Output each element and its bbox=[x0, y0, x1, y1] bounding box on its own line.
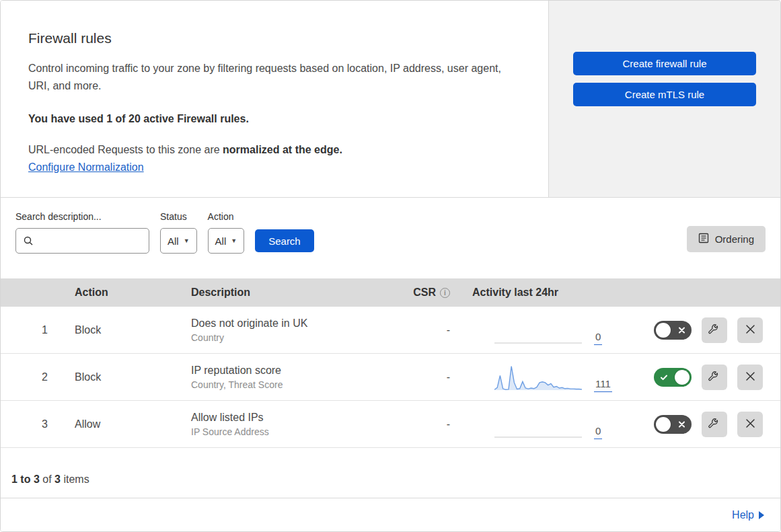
rule-enabled-toggle[interactable] bbox=[654, 321, 692, 340]
csr-header-label: CSR bbox=[413, 287, 436, 298]
help-bar: Help bbox=[1, 498, 780, 531]
toggle-knob bbox=[656, 417, 671, 432]
action-select[interactable]: All ▼ bbox=[208, 228, 245, 254]
search-button[interactable]: Search bbox=[255, 229, 314, 252]
table-row: 1 Block Does not originate in UK Country… bbox=[1, 307, 780, 354]
rule-activity-cell: 0 bbox=[454, 410, 626, 439]
page-title: Firewall rules bbox=[28, 30, 521, 46]
delete-rule-button[interactable] bbox=[737, 317, 763, 343]
column-header-csr: CSRi bbox=[383, 287, 454, 299]
status-select-value: All bbox=[168, 235, 179, 247]
chevron-down-icon: ▼ bbox=[231, 237, 237, 244]
edit-rule-button[interactable] bbox=[702, 412, 727, 437]
rule-priority: 1 bbox=[1, 324, 75, 336]
filter-bar: Search description... Status All ▼ Actio… bbox=[1, 198, 780, 278]
toggle-knob bbox=[675, 370, 690, 385]
search-label: Search description... bbox=[15, 211, 149, 222]
rule-csr: - bbox=[383, 418, 454, 430]
rule-description-cell: Does not originate in UK Country bbox=[191, 317, 383, 343]
configure-normalization-link[interactable]: Configure Normalization bbox=[28, 161, 144, 174]
x-icon bbox=[678, 326, 685, 334]
rule-description-cell: IP reputation score Country, Threat Scor… bbox=[191, 365, 383, 390]
wrench-icon bbox=[708, 322, 721, 338]
rule-description: Allow listed IPs bbox=[191, 412, 383, 424]
ordering-button[interactable]: Ordering bbox=[687, 226, 766, 252]
table-header: Action Description CSRi Activity last 24… bbox=[1, 278, 780, 307]
normalization-bold: normalized at the edge. bbox=[223, 144, 342, 155]
table-row: 2 Block IP reputation score Country, Thr… bbox=[1, 354, 780, 401]
rule-fields: IP Source Address bbox=[191, 426, 383, 437]
actions-panel: Create firewall rule Create mTLS rule bbox=[548, 1, 780, 197]
close-icon bbox=[745, 418, 755, 430]
rule-fields: Country, Threat Score bbox=[191, 379, 383, 390]
toggle-knob bbox=[656, 323, 671, 338]
pagination-of: of bbox=[42, 473, 51, 485]
rule-enabled-toggle[interactable] bbox=[654, 415, 692, 434]
rule-action: Allow bbox=[75, 418, 191, 430]
edit-rule-button[interactable] bbox=[702, 317, 727, 343]
rule-csr: - bbox=[383, 324, 454, 336]
pagination-total: 3 bbox=[54, 473, 61, 485]
create-firewall-rule-button[interactable]: Create firewall rule bbox=[573, 52, 756, 75]
firewall-rules-page: Firewall rules Control incoming traffic … bbox=[0, 0, 781, 532]
usage-summary: You have used 1 of 20 active Firewall ru… bbox=[28, 113, 521, 125]
column-header-description: Description bbox=[191, 287, 383, 299]
search-icon bbox=[23, 235, 34, 246]
status-filter-group: Status All ▼ bbox=[160, 211, 197, 254]
search-input[interactable] bbox=[15, 228, 149, 254]
delete-rule-button[interactable] bbox=[737, 365, 763, 390]
delete-rule-button[interactable] bbox=[737, 412, 763, 437]
table-footer: 1 to 3 of 3 items bbox=[1, 448, 780, 498]
check-icon bbox=[660, 373, 668, 381]
pagination-summary: 1 to 3 of 3 items bbox=[11, 473, 89, 486]
chevron-down-icon: ▼ bbox=[184, 237, 190, 244]
edit-rule-button[interactable] bbox=[702, 365, 727, 390]
activity-sparkline bbox=[494, 410, 582, 439]
rule-activity-cell: 0 bbox=[454, 315, 626, 345]
x-icon bbox=[678, 420, 685, 428]
activity-sparkline bbox=[494, 363, 582, 392]
rule-controls bbox=[626, 412, 780, 437]
normalization-prefix: URL-encoded Requests to this zone are bbox=[28, 144, 223, 155]
action-filter-group: Action All ▼ bbox=[208, 211, 245, 254]
rule-action: Block bbox=[75, 324, 191, 336]
rule-controls bbox=[626, 365, 780, 390]
pagination-items: items bbox=[63, 473, 89, 485]
list-document-icon bbox=[698, 233, 709, 245]
activity-count-link[interactable]: 0 bbox=[594, 426, 602, 439]
rule-action: Block bbox=[75, 371, 191, 383]
arrow-right-icon bbox=[759, 511, 764, 519]
status-label: Status bbox=[160, 211, 197, 222]
rule-fields: Country bbox=[191, 332, 383, 343]
action-select-value: All bbox=[215, 235, 227, 247]
rule-csr: - bbox=[383, 371, 454, 383]
activity-sparkline bbox=[494, 315, 582, 345]
column-header-action: Action bbox=[75, 287, 191, 299]
close-icon bbox=[745, 371, 755, 383]
create-mtls-rule-button[interactable]: Create mTLS rule bbox=[573, 83, 756, 106]
rule-controls bbox=[626, 317, 780, 343]
activity-count-link[interactable]: 0 bbox=[594, 332, 602, 345]
rule-enabled-toggle[interactable] bbox=[654, 368, 692, 387]
intro-text-panel: Firewall rules Control incoming traffic … bbox=[1, 1, 548, 197]
rule-description: Does not originate in UK bbox=[191, 317, 383, 330]
wrench-icon bbox=[708, 416, 721, 432]
action-label: Action bbox=[208, 211, 245, 222]
close-icon bbox=[745, 324, 755, 336]
search-group: Search description... bbox=[15, 211, 149, 254]
ordering-button-label: Ordering bbox=[715, 233, 754, 245]
status-select[interactable]: All ▼ bbox=[160, 228, 197, 254]
rule-activity-cell: 111 bbox=[454, 363, 626, 392]
rule-priority: 2 bbox=[1, 371, 75, 383]
intro-section: Firewall rules Control incoming traffic … bbox=[1, 1, 780, 198]
wrench-icon bbox=[708, 369, 721, 385]
table-row: 3 Allow Allow listed IPs IP Source Addre… bbox=[1, 401, 780, 448]
rule-priority: 3 bbox=[1, 418, 75, 430]
page-description: Control incoming traffic to your zone by… bbox=[28, 60, 513, 96]
info-icon[interactable]: i bbox=[440, 288, 450, 298]
normalization-note: URL-encoded Requests to this zone are no… bbox=[28, 144, 521, 156]
rule-description-cell: Allow listed IPs IP Source Address bbox=[191, 412, 383, 437]
activity-count-link[interactable]: 111 bbox=[594, 379, 612, 392]
help-link[interactable]: Help bbox=[732, 509, 764, 521]
column-header-activity: Activity last 24hr bbox=[454, 287, 626, 299]
